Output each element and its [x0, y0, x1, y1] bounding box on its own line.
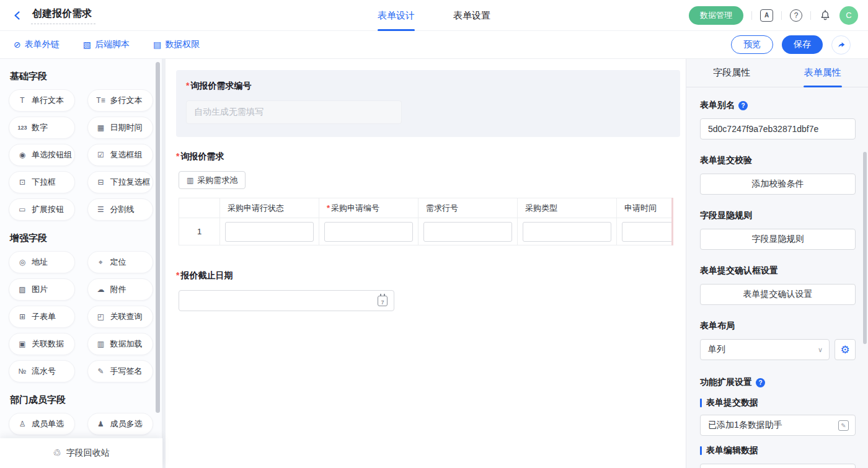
sidebar-item-dropdown[interactable]: ⊡下拉框: [9, 171, 75, 193]
recycle-label: 字段回收站: [66, 448, 110, 459]
sidebar-item-datetime[interactable]: ▦日期时间: [87, 117, 154, 139]
sidebar-item-member-single[interactable]: ♙成员单选: [9, 413, 75, 435]
extension-settings-label: 功能扩展设置?: [700, 377, 856, 388]
sidebar-item-extend-button[interactable]: ▭扩展按钮: [9, 198, 75, 221]
data-management-button[interactable]: 数据管理: [689, 6, 743, 25]
sidebar-scrollbar[interactable]: [156, 62, 160, 413]
cell-purchase-line-status: [220, 218, 319, 245]
form-title[interactable]: 创建报价需求: [31, 6, 95, 24]
tab-form-properties[interactable]: 表单属性: [777, 59, 868, 87]
script-icon: ▧: [83, 40, 91, 50]
sidebar-item-signature[interactable]: ✎手写签名: [87, 360, 154, 382]
item-label: 扩展按钮: [32, 204, 64, 215]
user-avatar[interactable]: C: [839, 6, 858, 25]
divider-icon: ☰: [96, 205, 106, 214]
sidebar-item-dropdown-multi[interactable]: ⊟下拉复选框: [87, 171, 154, 193]
sidebar-item-attachment[interactable]: ☁附件: [87, 278, 154, 301]
sub-toolbar: ⊘ 表单外链 ▧ 后端脚本 ▤ 数据权限 预览 保存: [0, 31, 868, 59]
people-icon: ♟: [96, 420, 106, 428]
tab-field-properties[interactable]: 字段属性: [686, 59, 777, 87]
item-label: 子表单: [32, 311, 56, 322]
help-circle-icon[interactable]: ?: [738, 101, 748, 110]
form-external-link-label: 表单外链: [25, 39, 60, 50]
tab-form-settings[interactable]: 表单设置: [453, 0, 490, 31]
checkbox-icon: ☑: [96, 151, 106, 159]
preview-button[interactable]: 预览: [731, 35, 773, 54]
item-label: 定位: [110, 257, 126, 268]
sidebar-item-data-load[interactable]: ▥数据加载: [87, 333, 154, 355]
sidebar-item-subform[interactable]: ⊞子表单: [9, 306, 75, 328]
sidebar-item-linked-query[interactable]: ◰关联查询: [87, 306, 154, 328]
sidebar-item-number[interactable]: 123数字: [9, 117, 75, 139]
sidebar-item-single-line-text[interactable]: T单行文本: [9, 89, 75, 112]
cell-input[interactable]: [423, 222, 512, 242]
divider: [751, 11, 752, 20]
save-button[interactable]: 保存: [782, 35, 823, 54]
cell-input[interactable]: [622, 222, 673, 242]
sidebar-item-linked-data[interactable]: ▣关联数据: [9, 333, 75, 355]
required-asterisk: *: [186, 81, 189, 91]
blue-marker: [700, 399, 702, 407]
date-picker-input[interactable]: 7: [179, 290, 394, 311]
sidebar-item-location[interactable]: ⌖定位: [87, 251, 154, 273]
field-recycle-bin[interactable]: ♲ 字段回收站: [0, 438, 162, 468]
field-quotation-request-no[interactable]: *询报价需求编号 自动生成无需填写: [176, 70, 680, 137]
purchase-demand-pool-button[interactable]: ▥ 采购需求池: [179, 171, 246, 189]
cell-input[interactable]: [225, 222, 314, 242]
field-label: *询报价需求编号: [181, 81, 670, 92]
sidebar-item-radio-group[interactable]: ◉单选按钮组: [9, 144, 75, 166]
sidebar-item-member-multi[interactable]: ♟成员多选: [87, 413, 154, 435]
item-label: 成员单选: [32, 418, 64, 430]
sidebar-item-serial-number[interactable]: №流水号: [9, 360, 75, 382]
sidebar-item-multi-line-text[interactable]: T≡多行文本: [87, 89, 154, 112]
permission-icon: ▤: [153, 40, 161, 50]
panel-scrollbar[interactable]: [863, 152, 867, 344]
form-canvas[interactable]: *询报价需求编号 自动生成无需填写 *询报价需求 ▥ 采购需求池 采购申请行状态…: [166, 59, 686, 468]
col-apply-time: 申请时间: [617, 198, 674, 218]
notification-bell-icon[interactable]: [819, 9, 831, 22]
cell-apply-time: [617, 218, 674, 245]
form-external-link-button[interactable]: ⊘ 表单外链: [14, 39, 60, 50]
add-validation-button[interactable]: 添加校验条件: [700, 174, 856, 195]
sidebar-item-address[interactable]: ◎地址: [9, 251, 75, 273]
back-button[interactable]: [10, 8, 25, 23]
divider: [810, 11, 811, 20]
share-button[interactable]: [831, 35, 851, 55]
submit-validation-label: 表单提交校验: [700, 155, 856, 166]
dropdown-icon: ⊡: [17, 178, 27, 187]
edit-icon[interactable]: ✎: [838, 420, 849, 431]
bar-chart-icon: ▥: [96, 340, 106, 348]
tab-form-design[interactable]: 表单设计: [378, 0, 415, 31]
auto-number-input[interactable]: 自动生成无需填写: [186, 100, 402, 124]
divider: [781, 11, 782, 20]
item-label: 附件: [110, 284, 126, 295]
cloud-upload-icon: ☁: [96, 285, 106, 294]
sidebar-item-image[interactable]: ▨图片: [9, 278, 75, 301]
sidebar-item-divider-line[interactable]: ☰分割线: [87, 198, 154, 221]
backend-script-label: 后端脚本: [95, 39, 130, 50]
item-label: 单选按钮组: [32, 149, 72, 161]
add-operation-button[interactable]: 添加操作: [700, 464, 856, 468]
cell-input[interactable]: [324, 222, 413, 242]
backend-script-button[interactable]: ▧ 后端脚本: [83, 39, 130, 50]
required-asterisk: *: [176, 270, 179, 280]
item-label: 复选框组: [110, 149, 143, 161]
textarea-icon: T≡: [96, 96, 106, 105]
form-layout-select[interactable]: 单列 ∨: [700, 339, 830, 360]
data-permission-button[interactable]: ▤ 数据权限: [153, 39, 200, 50]
field-palette-sidebar: 基础字段 T单行文本 T≡多行文本 123数字 ▦日期时间 ◉单选按钮组 ☑复选…: [0, 59, 162, 468]
item-label: 数字: [32, 122, 48, 133]
field-visibility-rules-button[interactable]: 字段显隐规则: [700, 229, 856, 250]
layout-settings-button[interactable]: ⚙: [835, 339, 856, 360]
table-row: 1: [179, 218, 674, 245]
form-alias-input[interactable]: [700, 118, 856, 139]
contacts-icon[interactable]: A: [760, 9, 773, 22]
field-visibility-rules-label: 字段显隐规则: [700, 210, 856, 221]
help-icon[interactable]: ?: [790, 9, 802, 22]
cell-input[interactable]: [523, 222, 611, 242]
submit-confirm-settings-button[interactable]: 表单提交确认设置: [700, 284, 856, 305]
sidebar-item-checkbox-group[interactable]: ☑复选框组: [87, 144, 154, 166]
field-quote-deadline[interactable]: *报价截止日期 7: [176, 270, 680, 311]
field-quotation-request-subform[interactable]: *询报价需求 ▥ 采购需求池 采购申请行状态 *采购申请编号 需求行号 采购类型…: [176, 151, 680, 245]
help-circle-icon[interactable]: ?: [756, 378, 765, 387]
